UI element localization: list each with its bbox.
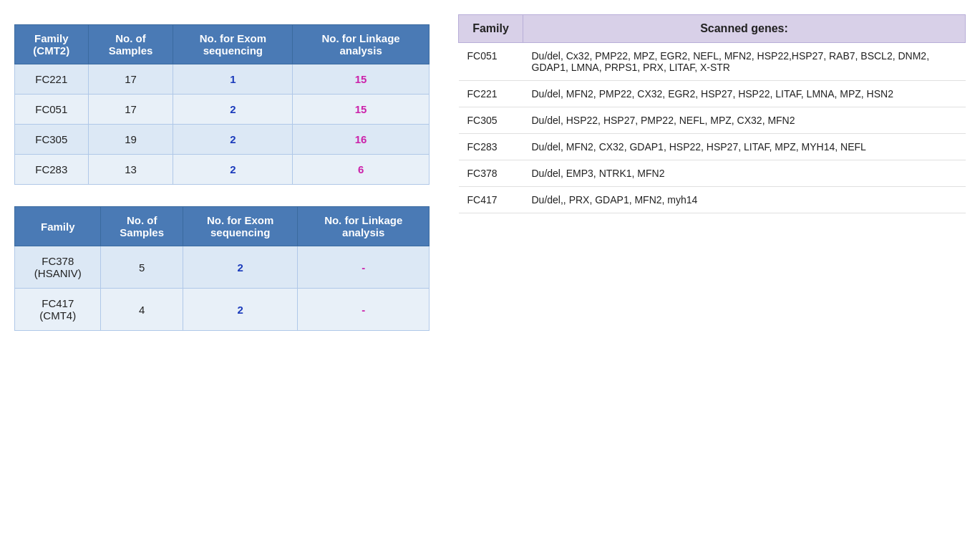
dominant-row-samples: 17	[88, 95, 173, 125]
dominant-col-family: Family(CMT2)	[15, 25, 89, 64]
recessive-col-samples: No. ofSamples	[101, 207, 183, 246]
right-row-family: FC305	[459, 107, 523, 134]
dominant-row-family: FC305	[15, 125, 89, 155]
dominant-row-exom: 1	[173, 64, 293, 95]
recessive-row-samples: 4	[101, 289, 183, 331]
right-row-genes: Du/del, HSP22, HSP27, PMP22, NEFL, MPZ, …	[523, 107, 966, 134]
right-row-family: FC051	[459, 43, 523, 81]
dominant-col-samples: No. ofSamples	[88, 25, 173, 64]
dominant-table: Family(CMT2) No. ofSamples No. for Exoms…	[14, 24, 430, 185]
recessive-col-family: Family	[15, 207, 101, 246]
dominant-row-linkage: 15	[293, 64, 430, 95]
right-row-genes: Du/del, MFN2, PMP22, CX32, EGR2, HSP27, …	[523, 81, 966, 107]
right-row-genes: Du/del, Cx32, PMP22, MPZ, EGR2, NEFL, MF…	[523, 43, 966, 81]
right-row-family: FC417	[459, 187, 523, 213]
dominant-row-exom: 2	[173, 125, 293, 155]
recessive-row-linkage: -	[298, 246, 430, 289]
dominant-row-linkage: 16	[293, 125, 430, 155]
dominant-col-linkage: No. for Linkageanalysis	[293, 25, 430, 64]
right-row-genes: Du/del,, PRX, GDAP1, MFN2, myh14	[523, 187, 966, 213]
dominant-row-linkage: 6	[293, 155, 430, 185]
dominant-row-linkage: 15	[293, 95, 430, 125]
right-col-genes: Scanned genes:	[523, 15, 966, 43]
recessive-row-samples: 5	[101, 246, 183, 289]
dominant-row-exom: 2	[173, 155, 293, 185]
right-row-genes: Du/del, EMP3, NTRK1, MFN2	[523, 160, 966, 187]
right-row-family: FC283	[459, 134, 523, 160]
dominant-row-exom: 2	[173, 95, 293, 125]
right-row-genes: Du/del, MFN2, CX32, GDAP1, HSP22, HSP27,…	[523, 134, 966, 160]
recessive-row-linkage: -	[298, 289, 430, 331]
scanned-genes-table: Family Scanned genes: FC051Du/del, Cx32,…	[458, 14, 966, 213]
dominant-row-family: FC051	[15, 95, 89, 125]
recessive-row-family: FC417(CMT4)	[15, 289, 101, 331]
recessive-row-family: FC378(HSANIV)	[15, 246, 101, 289]
recessive-col-linkage: No. for Linkageanalysis	[298, 207, 430, 246]
dominant-col-exom: No. for Exomsequencing	[173, 25, 293, 64]
right-row-family: FC221	[459, 81, 523, 107]
right-col-family: Family	[459, 15, 523, 43]
right-panel: Family Scanned genes: FC051Du/del, Cx32,…	[458, 14, 966, 213]
main-container: Family(CMT2) No. ofSamples No. for Exoms…	[14, 14, 966, 352]
recessive-col-exom: No. for Exomsequencing	[183, 207, 297, 246]
dominant-row-samples: 19	[88, 125, 173, 155]
dominant-row-samples: 13	[88, 155, 173, 185]
right-row-family: FC378	[459, 160, 523, 187]
recessive-row-exom: 2	[183, 246, 297, 289]
recessive-table: Family No. ofSamples No. for Exomsequenc…	[14, 206, 430, 331]
recessive-row-exom: 2	[183, 289, 297, 331]
dominant-row-family: FC221	[15, 64, 89, 95]
dominant-row-samples: 17	[88, 64, 173, 95]
dominant-row-family: FC283	[15, 155, 89, 185]
left-panel: Family(CMT2) No. ofSamples No. for Exoms…	[14, 14, 430, 352]
